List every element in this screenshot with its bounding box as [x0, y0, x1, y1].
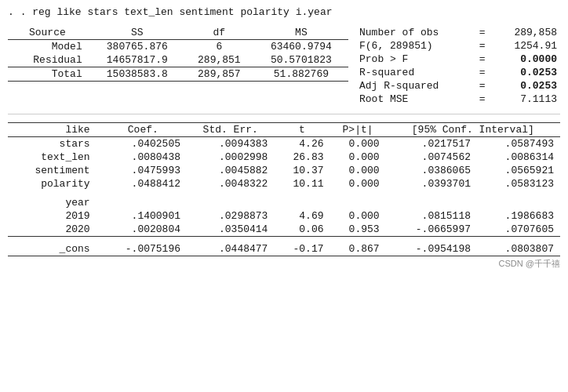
- coef-t: 10.11: [274, 177, 330, 191]
- coef-row: _cons -.0075196 .0448477 -0.17 0.867 -.0…: [8, 237, 560, 256]
- stat-eq: =: [474, 53, 491, 66]
- stat-eq: =: [474, 93, 491, 106]
- stat-value: 7.1113: [490, 93, 560, 106]
- coef-t: [274, 191, 330, 209]
- coef-val: .0080438: [100, 151, 187, 164]
- coef-ci-lo: .0217517: [386, 137, 477, 151]
- anova-ss-header: SS: [90, 26, 184, 40]
- watermark: CSDN @千千禧: [8, 258, 560, 270]
- coef-ci-lo: -.0954198: [386, 237, 477, 256]
- row-ss: 380765.876: [90, 40, 184, 54]
- anova-source-header: Source: [8, 26, 90, 40]
- col-header-p: P>|t|: [330, 123, 386, 137]
- coef-ci-lo: .0393701: [386, 177, 477, 191]
- row-source: Model: [8, 40, 90, 54]
- coef-t: 4.26: [274, 137, 330, 151]
- anova-ms-header: MS: [254, 26, 348, 40]
- coef-ci-hi: .0707605: [477, 223, 560, 237]
- coef-val: -.0075196: [100, 237, 187, 256]
- stat-value: 289,858: [490, 26, 560, 39]
- row-ms: 63460.9794: [254, 40, 348, 54]
- coef-p: 0.000: [330, 177, 386, 191]
- stat-eq: =: [474, 79, 491, 93]
- col-header-t: t: [274, 123, 330, 137]
- coef-var: 2019: [8, 209, 100, 223]
- stat-label: Root MSE: [356, 93, 474, 106]
- row-df: 289,857: [184, 67, 254, 82]
- row-df: 6: [184, 40, 254, 54]
- coef-val: [100, 191, 187, 209]
- row-ss: 14657817.9: [90, 53, 184, 67]
- coef-se: .0002998: [187, 151, 274, 164]
- coef-val: .0475993: [100, 164, 187, 177]
- coef-t: -0.17: [274, 237, 330, 256]
- coef-p: [330, 191, 386, 209]
- coef-t: 4.69: [274, 209, 330, 223]
- coef-var: 2020: [8, 223, 100, 237]
- coef-p: 0.000: [330, 164, 386, 177]
- stat-value: 0.0000: [490, 53, 560, 66]
- row-ss: 15038583.8: [90, 67, 184, 82]
- coef-ci-lo: [386, 191, 477, 209]
- coef-ci-hi: [477, 191, 560, 209]
- coef-se: .0350414: [187, 223, 274, 237]
- coef-ci-hi: .1986683: [477, 209, 560, 223]
- coef-row: text_len .0080438 .0002998 26.83 0.000 .…: [8, 151, 560, 164]
- coef-t: 26.83: [274, 151, 330, 164]
- stats-row: Root MSE = 7.1113: [356, 93, 560, 106]
- table-row: Model 380765.876 6 63460.9794: [8, 40, 348, 54]
- stat-eq: =: [474, 26, 491, 39]
- stat-value: 0.0253: [490, 79, 560, 93]
- row-source: Residual: [8, 53, 90, 67]
- command-line: . . reg like stars text_len sentiment po…: [8, 6, 560, 18]
- coef-ci-hi: .0565921: [477, 164, 560, 177]
- coef-var: sentiment: [8, 164, 100, 177]
- coef-se: .0448477: [187, 237, 274, 256]
- stat-eq: =: [474, 66, 491, 79]
- stat-value: 0.0253: [490, 66, 560, 79]
- coef-t: 10.37: [274, 164, 330, 177]
- coef-ci-lo: .0074562: [386, 151, 477, 164]
- coef-row: 2020 .0020804 .0350414 0.06 0.953 -.0665…: [8, 223, 560, 237]
- coef-row: 2019 .1400901 .0298873 4.69 0.000 .08151…: [8, 209, 560, 223]
- coef-val: .1400901: [100, 209, 187, 223]
- col-header-se: Std. Err.: [187, 123, 274, 137]
- coef-se: .0048322: [187, 177, 274, 191]
- col-header-coef: Coef.: [100, 123, 187, 137]
- stat-label: Number of obs: [356, 26, 474, 39]
- coef-row: stars .0402505 .0094383 4.26 0.000 .0217…: [8, 137, 560, 151]
- coef-var: _cons: [8, 237, 100, 256]
- col-header-var: like: [8, 123, 100, 137]
- coef-ci-lo: .0386065: [386, 164, 477, 177]
- coef-val: .0020804: [100, 223, 187, 237]
- stat-label: Adj R-squared: [356, 79, 474, 93]
- coef-val: .0488412: [100, 177, 187, 191]
- coef-ci-lo: -.0665997: [386, 223, 477, 237]
- stat-label: F(6, 289851): [356, 39, 474, 53]
- anova-df-header: df: [184, 26, 254, 40]
- row-ms: 51.882769: [254, 67, 348, 82]
- coef-p: 0.000: [330, 151, 386, 164]
- stats-row: Prob > F = 0.0000: [356, 53, 560, 66]
- stat-eq: =: [474, 39, 491, 53]
- coef-p: 0.000: [330, 137, 386, 151]
- row-source: Total: [8, 67, 90, 82]
- coef-ci-hi: .0587493: [477, 137, 560, 151]
- stats-row: Number of obs = 289,858: [356, 26, 560, 39]
- coef-ci-hi: .0086314: [477, 151, 560, 164]
- coef-se: .0045882: [187, 164, 274, 177]
- coef-p: 0.867: [330, 237, 386, 256]
- stat-label: R-squared: [356, 66, 474, 79]
- coef-var: year: [8, 191, 100, 209]
- table-row: Total 15038583.8 289,857 51.882769: [8, 67, 348, 82]
- coef-se: [187, 191, 274, 209]
- coef-se: .0094383: [187, 137, 274, 151]
- coef-ci-lo: .0815118: [386, 209, 477, 223]
- table-row: Residual 14657817.9 289,851 50.5701823: [8, 53, 348, 67]
- coef-row: year: [8, 191, 560, 209]
- coef-se: .0298873: [187, 209, 274, 223]
- coef-var: polarity: [8, 177, 100, 191]
- coef-var: text_len: [8, 151, 100, 164]
- coef-p: 0.000: [330, 209, 386, 223]
- coef-val: .0402505: [100, 137, 187, 151]
